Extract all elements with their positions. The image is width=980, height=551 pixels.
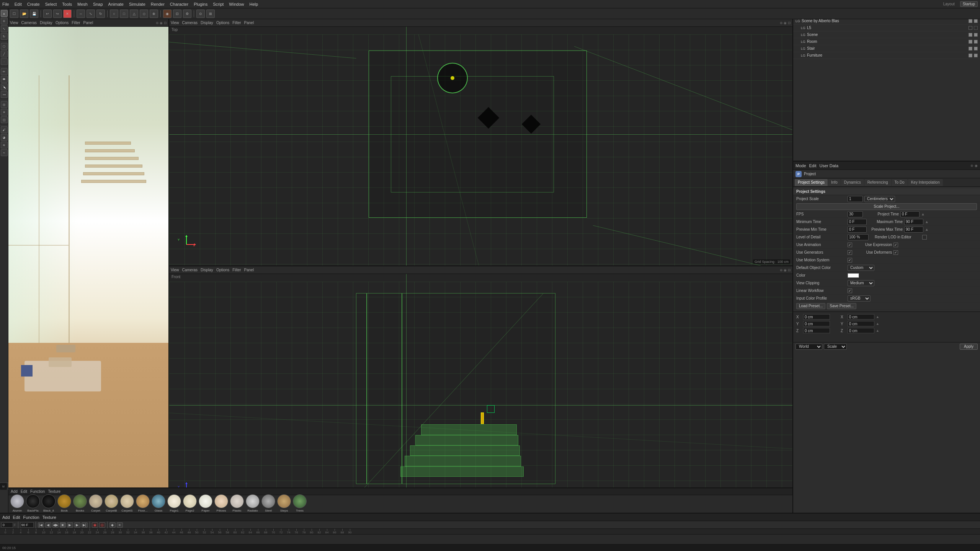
timeline-btn[interactable]: ≡ [117, 522, 123, 528]
coord-y2-input[interactable] [848, 321, 874, 326]
viewport-top[interactable]: View Cameras Display Options Filter Pane… [169, 19, 792, 266]
camera-tool[interactable]: ◎ [1, 101, 8, 108]
pen-tool[interactable]: ✏ [1, 68, 8, 75]
use-motion-checkbox[interactable] [848, 258, 852, 262]
tl-edit[interactable]: Edit [13, 515, 20, 520]
project-scale-input[interactable] [848, 196, 863, 202]
obj-render-checkbox[interactable] [974, 19, 978, 23]
material-page2[interactable]: Page2 [183, 494, 197, 512]
obj-tool-3[interactable]: △ [130, 10, 138, 18]
mat-texture[interactable]: Texture [48, 489, 60, 494]
obj-furn-vis[interactable] [969, 54, 972, 57]
menu-mesh[interactable]: Mesh [77, 2, 88, 7]
input-color-dropdown[interactable]: sRGB [848, 295, 871, 302]
default-color-dropdown[interactable]: Custom [848, 265, 874, 271]
undo-button[interactable]: ↩ [43, 10, 52, 18]
vb-options[interactable]: Options [216, 268, 229, 272]
vb-display[interactable]: Display [201, 268, 213, 272]
world-dropdown[interactable]: World [795, 344, 822, 350]
select-tool[interactable]: ▲ [1, 10, 8, 17]
material-carpets[interactable]: CarpetS [120, 494, 134, 512]
obj-scene-render[interactable] [974, 33, 978, 37]
max-frame-input[interactable] [20, 522, 34, 528]
new-button[interactable]: ☐ [10, 10, 18, 18]
menu-select[interactable]: Select [45, 2, 57, 7]
material-floor[interactable]: Floor... [136, 494, 150, 512]
prop-userdata[interactable]: User Data [820, 163, 839, 168]
stop-button[interactable]: ■ [60, 522, 66, 528]
material-plastic[interactable]: Plastic [230, 494, 244, 512]
project-time-input[interactable] [900, 211, 920, 217]
lod-input[interactable] [848, 234, 869, 240]
light-tool[interactable]: ☀ [1, 109, 8, 116]
coord-z2-input[interactable] [848, 328, 874, 333]
coord-x2-input[interactable] [848, 314, 874, 320]
scale-dropdown[interactable]: Scale [824, 344, 847, 350]
obj-scene-vis[interactable] [969, 33, 972, 37]
rotate-tool[interactable]: ↻ [96, 10, 105, 18]
menu-plugins[interactable]: Plugins [194, 2, 207, 7]
render-settings-btn[interactable]: ⚙ [183, 10, 191, 18]
vt-filter[interactable]: Filter [232, 21, 241, 25]
rotate-tool-v[interactable]: ↻ [1, 33, 8, 40]
view-clipping-dropdown[interactable]: Medium [848, 280, 874, 286]
color-swatch[interactable] [848, 273, 859, 278]
tab-info[interactable]: Info [828, 179, 841, 186]
vt-view[interactable]: View [171, 21, 179, 25]
obj-furniture[interactable]: LG Furniture [793, 52, 980, 59]
vl-filter[interactable]: Filter [72, 21, 80, 25]
tab-referencing[interactable]: Referencing [864, 179, 891, 186]
magnet-tool[interactable]: ⊶ [1, 91, 8, 98]
layout-preset[interactable]: Startup [960, 1, 978, 7]
material-books[interactable]: Books [73, 494, 87, 512]
menu-render[interactable]: Render [151, 2, 165, 7]
scale-tool[interactable]: ⤡ [87, 10, 95, 18]
mat-add[interactable]: Add [11, 489, 18, 494]
obj-tool-5[interactable]: ⊕ [150, 10, 158, 18]
cloth-tool[interactable]: ≈ [1, 149, 8, 156]
go-start-button[interactable]: |◀ [38, 522, 44, 528]
load-preset-button[interactable]: Load Preset... [796, 303, 825, 309]
project-scale-unit-dropdown[interactable]: Centimeters [864, 196, 895, 202]
tl-function[interactable]: Function [23, 515, 39, 520]
keyframe-btn[interactable]: ◆ [109, 522, 116, 528]
grid-btn[interactable]: ⊞ [206, 10, 215, 18]
use-generators-checkbox[interactable] [848, 250, 852, 255]
vt-panel[interactable]: Panel [244, 21, 254, 25]
menu-snap[interactable]: Snap [93, 2, 103, 7]
menu-create[interactable]: Create [27, 2, 40, 7]
sculpt-tool[interactable]: ◕ [1, 134, 8, 141]
menu-help[interactable]: Help [249, 2, 258, 7]
material-blackpla[interactable]: BackPla [26, 494, 40, 512]
play-button[interactable]: ▶ [67, 522, 73, 528]
tl-add[interactable]: Add [2, 515, 10, 520]
material-radiato[interactable]: Radiato [245, 494, 260, 512]
render-lod-checkbox[interactable] [922, 235, 927, 240]
project-time-arrow[interactable]: ▲ [921, 212, 925, 216]
max-time-arrow[interactable]: ▲ [925, 220, 929, 224]
point-tool[interactable]: · [1, 58, 8, 65]
scale-project-button[interactable]: Scale Project... [796, 203, 977, 210]
viewport-left[interactable]: View Cameras Display Options Filter Pane… [8, 19, 169, 513]
current-frame-input[interactable] [2, 522, 13, 528]
poly-tool[interactable]: ⬡ [1, 43, 8, 50]
edge-tool[interactable]: ╱ [1, 51, 8, 57]
snap-btn[interactable]: ⊙ [196, 10, 205, 18]
brush-tool[interactable]: ⬬ [1, 76, 8, 83]
vl-display[interactable]: Display [40, 21, 52, 25]
obj-l5-vis[interactable] [969, 26, 972, 30]
coord-y-btn[interactable]: ▲ [876, 322, 882, 326]
menu-character[interactable]: Character [170, 2, 188, 7]
scale-tool-v[interactable]: ⤡ [1, 25, 8, 32]
material-carpetb[interactable]: CarpetB [104, 494, 119, 512]
next-frame-button[interactable]: ▶ [74, 522, 80, 528]
obj-furn-render[interactable] [974, 54, 978, 57]
record-active-button[interactable]: ◎ [99, 522, 105, 528]
obj-scene[interactable]: LG Scene [793, 31, 980, 38]
menu-simulate[interactable]: Simulate [129, 2, 145, 7]
menu-edit[interactable]: Edit [15, 2, 22, 7]
vl-options[interactable]: Options [56, 21, 69, 25]
obj-l5-render[interactable] [974, 26, 978, 30]
paint-tool[interactable]: 🖌 [1, 126, 8, 133]
obj-tool-4[interactable]: ◇ [140, 10, 148, 18]
